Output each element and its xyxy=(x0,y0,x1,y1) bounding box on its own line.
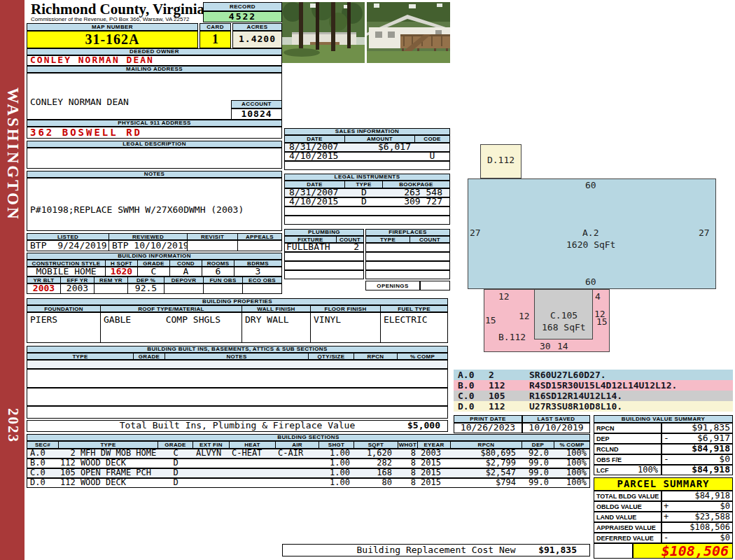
legend-sec: D.0 xyxy=(454,401,489,412)
bs-air xyxy=(276,459,319,468)
cond-value: A xyxy=(170,267,202,276)
physical-911-value: 362 BOSWELL RD xyxy=(27,127,282,139)
parcel-value: $0 xyxy=(670,533,732,543)
bs-comp: 100% xyxy=(554,479,589,487)
sketch-c-sqft: 168 SqFt xyxy=(542,322,586,332)
built-ins-empty-row xyxy=(27,388,448,406)
plumbing-row: FULLBATH 2 xyxy=(284,243,364,252)
record-header: RECORD xyxy=(203,2,282,11)
dep-pct-header: DEP % xyxy=(128,277,164,283)
sketch-dim-b-topright: 4 xyxy=(595,291,601,302)
legal-description-value: 362 BOSWELL ROAD xyxy=(27,148,282,169)
bs-shgt: 1.00 xyxy=(319,449,354,458)
li-bookpage: 309 727 xyxy=(383,198,449,206)
rooms-header: ROOMS xyxy=(202,260,234,266)
bs-rpcn-header: RPCN xyxy=(451,442,522,448)
sales-empty-row xyxy=(284,161,450,170)
ecoobs-value xyxy=(243,284,281,293)
deeded-owner-value: CONLEY NORMAN DEAN xyxy=(27,55,282,66)
sketch-dim-b-bottom30: 30 xyxy=(540,341,551,351)
bs-dep: 99.0 xyxy=(522,469,554,477)
parcel-value: $23,588 xyxy=(670,512,732,522)
plumbing-empty-row xyxy=(284,270,364,279)
cond-header: COND xyxy=(170,260,202,266)
appeals-value xyxy=(238,241,281,251)
funobs-value xyxy=(204,284,243,293)
building-info-value-row-2: 2003 2003 92.5 xyxy=(27,284,282,294)
sales-date-header: DATE xyxy=(285,136,345,142)
foundation-value: PIERS xyxy=(27,313,101,342)
sketch-a-sqft: 1620 SqFt xyxy=(566,239,615,250)
bs-dep: 99.0 xyxy=(522,459,554,468)
effyr-value: 2003 xyxy=(61,284,94,293)
bs-dep-header: DEP xyxy=(522,442,554,448)
reviewed-value: BTP 10/10/2019 xyxy=(109,241,188,251)
li-date: 4/10/2015 xyxy=(285,198,345,206)
bs-eyear: 2003 xyxy=(418,449,451,458)
bs-extfin xyxy=(193,479,230,487)
bs-comp: 100% xyxy=(554,449,589,458)
bs-heat: C-HEAT xyxy=(230,449,276,458)
physical-911-header: PHYSICAL 911 ADDRESS xyxy=(27,120,282,127)
sales-code: U xyxy=(415,153,449,160)
bvs-label: RPCN xyxy=(594,423,662,433)
map-number-header: MAP NUMBER xyxy=(27,23,198,31)
legend-qty: 105 xyxy=(489,391,529,401)
bi-grade-header: GRADE xyxy=(134,354,165,359)
bvs-lcf-pct: 100% xyxy=(638,465,661,475)
fixture-value: FULLBATH xyxy=(285,244,337,251)
building-section-row: D.0 112 WOOD DECK D 1.00 80 8 2015 $794 … xyxy=(27,478,590,488)
rooms-value: 6 xyxy=(202,267,234,276)
sketch-legend-row-c: C.0 105 R16SD12R14U12L14. xyxy=(454,391,733,401)
plumbing-header-row: FIXTURE COUNT xyxy=(284,236,364,243)
bs-sqft: 168 xyxy=(354,469,398,477)
dep-pct-value: 92.5 xyxy=(128,284,164,293)
roof-header: ROOF TYPE/MATERIAL xyxy=(101,306,242,312)
bs-whgt: 8 xyxy=(398,469,418,477)
building-info-header-row-2: YR BLT EFF YR REM YR DEP % DEPOVR FUN OB… xyxy=(27,276,282,284)
bi-type-header: TYPE xyxy=(27,354,134,359)
sketch-dim-c-left: 12 xyxy=(519,311,530,321)
building-info-header-row-1: CONSTRUCTION STYLE H SQFT GRADE COND ROO… xyxy=(27,260,282,267)
sales-row: 4/10/2015 U xyxy=(284,152,450,161)
bs-extfin: ALVYN xyxy=(193,449,230,458)
bvs-label: OBS F/E xyxy=(594,454,662,465)
openings-label: OPENINGS xyxy=(365,281,420,290)
sketch-dim-a-bottom: 60 xyxy=(585,276,596,287)
bvs-label: LCF xyxy=(594,467,609,474)
mailing-address-header: MAILING ADDRESS xyxy=(27,66,282,73)
bs-rpcn: $80,695 xyxy=(451,449,522,458)
sketch-legend-row-d: D.0 112 U27R3SU8R10D8L10. xyxy=(454,401,733,412)
bi-rpcn-header: RPCN xyxy=(354,354,398,359)
built-ins-total-label: Total Built Ins, Plumbing & Fireplace Va… xyxy=(120,421,356,431)
parcel-label: LAND VALUE xyxy=(594,512,662,522)
parcel-value-cell: - $0 xyxy=(662,533,733,543)
bs-comp: 100% xyxy=(554,459,589,468)
bs-dep: 99.0 xyxy=(522,479,554,487)
bs-grade: C xyxy=(158,449,193,458)
parcel-label: TOTAL BLDG VALUE xyxy=(594,491,662,501)
notes-line: P#10198;REPLACE SWMH W/27X60DWMH (2003) xyxy=(30,203,279,216)
bs-air: C-AIR xyxy=(276,449,319,458)
li-date: 8/31/2007 xyxy=(285,189,345,197)
li-type: D xyxy=(345,189,383,197)
depovr-header: DEPOVR xyxy=(164,277,204,283)
fixture-header: FIXTURE xyxy=(285,237,337,242)
bs-extfin xyxy=(193,469,230,477)
bs-sqft: 80 xyxy=(354,479,398,487)
built-ins-header-row: TYPE GRADE NOTES QTY/SIZE RPCN % COMP xyxy=(27,353,448,360)
bs-heat xyxy=(230,469,276,477)
property-photo-1 xyxy=(282,2,365,63)
print-date-header: PRINT DATE xyxy=(454,415,522,423)
sketch-legend-row-b: B.0 112 R4SD15R30U15L4D12L14U12L12. xyxy=(454,380,733,391)
acres-header: ACRES xyxy=(232,23,282,31)
li-bookpage: 263 548 xyxy=(383,189,449,197)
floor-finish-value: VINYL xyxy=(311,313,381,342)
property-photo-2 xyxy=(367,2,450,63)
parcel-value-cell: + $23,588 xyxy=(662,512,733,522)
parcel-value-cell: + $0 xyxy=(662,501,733,512)
bdrms-header: BDRMS xyxy=(234,260,281,266)
li-bookpage-header: BOOKPAGE xyxy=(383,181,449,188)
building-section-row: C.0 105 OPEN FRAME PCH D 1.00 168 8 2015… xyxy=(27,468,590,478)
building-section-row: A.0 2 MFH DW MOB HOME C ALVYN C-HEAT C-A… xyxy=(27,449,590,458)
